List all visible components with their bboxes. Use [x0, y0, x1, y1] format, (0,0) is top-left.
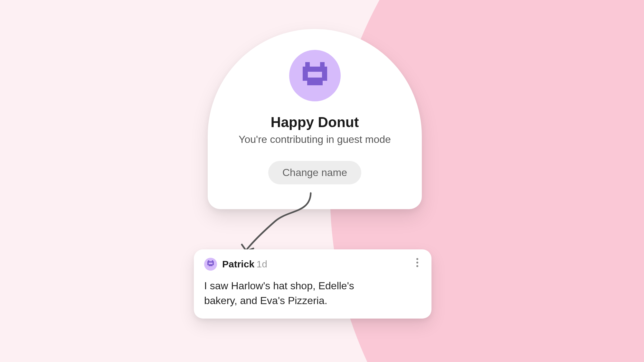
svg-rect-5 [208, 260, 209, 262]
profile-display-name: Happy Donut [271, 114, 359, 130]
svg-rect-6 [212, 260, 213, 262]
comment-header: Patrick 1d [204, 258, 421, 271]
svg-rect-3 [307, 81, 323, 85]
more-vertical-icon [416, 258, 419, 268]
svg-rect-1 [320, 62, 325, 67]
pixel-avatar-icon [206, 259, 215, 269]
svg-rect-0 [305, 62, 310, 67]
guest-mode-subtitle: You're contributing in guest mode [239, 134, 391, 145]
svg-rect-4 [308, 72, 322, 78]
comment-more-button[interactable] [411, 256, 424, 269]
comment-meta: Patrick 1d [222, 259, 267, 270]
svg-rect-8 [209, 265, 213, 266]
illustration-stage: Happy Donut You're contributing in guest… [0, 0, 644, 362]
svg-point-12 [416, 265, 418, 267]
comment-timestamp: 1d [257, 259, 267, 269]
comment-body: I saw Harlow's hat shop, Edelle's bakery… [204, 278, 384, 308]
comment-avatar [204, 258, 217, 271]
change-name-button[interactable]: Change name [268, 161, 361, 184]
comment-author: Patrick [222, 259, 254, 269]
pixel-avatar-icon [299, 59, 331, 92]
avatar-large [289, 50, 341, 101]
svg-point-10 [416, 258, 418, 260]
svg-point-11 [416, 262, 418, 264]
svg-rect-9 [209, 263, 212, 264]
comment-card: Patrick 1d I saw Harlow's hat shop, Edel… [194, 249, 431, 319]
